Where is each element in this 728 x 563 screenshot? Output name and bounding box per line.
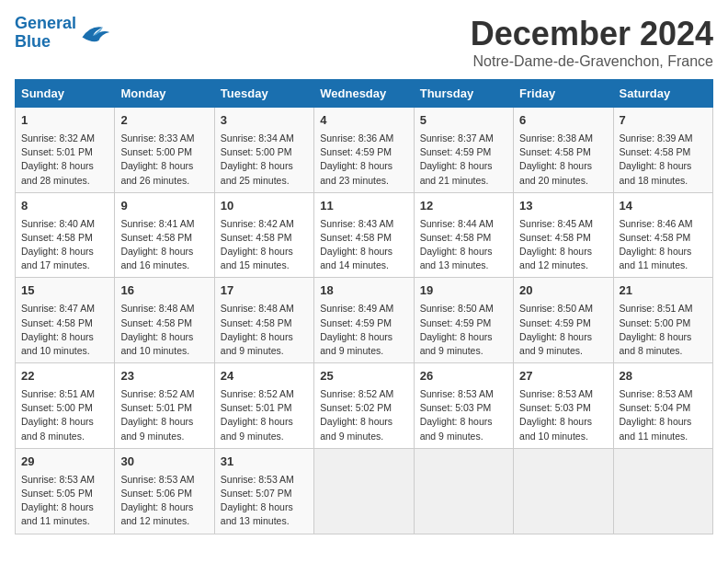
day-info-line: Sunset: 4:58 PM [120,317,192,328]
calendar-cell: 25Sunrise: 8:52 AM Sunset: 5:02 PM Dayli… [314,363,414,449]
calendar-cell: 5Sunrise: 8:37 AM Sunset: 4:59 PM Daylig… [414,108,513,193]
day-number: 29 [21,454,108,471]
day-info-line: Sunset: 4:58 PM [620,232,691,243]
day-number: 27 [519,368,607,385]
day-info-line: Daylight: 8 hours [620,331,692,342]
day-info-line: and 9 minutes. [221,345,284,356]
day-info-line: and 8 minutes. [21,431,85,442]
day-info-line: Sunrise: 8:51 AM [620,303,693,314]
calendar-cell: 1Sunrise: 8:32 AM Sunset: 5:01 PM Daylig… [16,108,115,193]
day-info-line: Sunrise: 8:38 AM [519,132,593,144]
day-info-line: Sunset: 5:00 PM [221,146,292,157]
day-number: 10 [221,198,308,215]
day-number: 28 [620,368,707,385]
month-title: December 2024 [471,15,713,53]
calendar-cell: 11Sunrise: 8:43 AM Sunset: 4:58 PM Dayli… [314,192,414,278]
day-info-line: and 13 minutes. [221,515,290,526]
day-info-line: Sunset: 5:00 PM [620,317,691,328]
calendar-cell: 13Sunrise: 8:45 AM Sunset: 4:58 PM Dayli… [514,192,613,278]
day-number: 17 [221,282,308,300]
calendar-cell: 27Sunrise: 8:53 AM Sunset: 5:03 PM Dayli… [514,363,613,449]
day-info-line: Daylight: 8 hours [320,160,392,171]
day-info-line: Sunrise: 8:53 AM [420,388,494,399]
weekday-header-saturday: Saturday [613,80,712,108]
day-info-line: Sunset: 4:58 PM [221,317,292,328]
calendar-cell: 6Sunrise: 8:38 AM Sunset: 4:58 PM Daylig… [514,108,613,193]
calendar-cell: 14Sunrise: 8:46 AM Sunset: 4:58 PM Dayli… [613,192,712,278]
day-info-line: Sunrise: 8:48 AM [221,303,294,314]
day-info-line: Sunrise: 8:36 AM [320,132,393,144]
day-number: 23 [120,368,208,385]
weekday-header-friday: Friday [514,80,613,108]
day-info-line: Sunset: 5:00 PM [120,146,192,157]
week-row-4: 29Sunrise: 8:53 AM Sunset: 5:05 PM Dayli… [16,448,713,534]
day-number: 11 [320,198,407,215]
day-info-line: Sunset: 5:00 PM [21,402,93,413]
day-info-line: Sunset: 4:58 PM [420,232,492,243]
day-info-line: and 14 minutes. [320,259,389,270]
day-number: 1 [21,112,108,130]
day-info-line: Sunrise: 8:32 AM [21,132,95,144]
day-info-line: Sunset: 4:58 PM [519,232,591,243]
day-info-line: Daylight: 8 hours [120,501,193,512]
weekday-header-row: SundayMondayTuesdayWednesdayThursdayFrid… [16,80,713,108]
day-info-line: Sunrise: 8:52 AM [221,388,294,399]
day-info-line: Sunrise: 8:42 AM [221,218,294,229]
day-info-line: Sunset: 4:59 PM [320,317,392,328]
day-info-line: and 25 minutes. [221,175,290,186]
day-number: 5 [420,112,507,130]
day-info-line: Daylight: 8 hours [420,416,493,427]
calendar-cell: 23Sunrise: 8:52 AM Sunset: 5:01 PM Dayli… [115,363,214,449]
day-info-line: and 9 minutes. [519,345,583,356]
calendar-cell: 3Sunrise: 8:34 AM Sunset: 5:00 PM Daylig… [214,108,313,193]
day-number: 15 [21,282,108,300]
day-info-line: Sunrise: 8:43 AM [320,218,393,229]
day-info-line: Daylight: 8 hours [620,416,692,427]
day-info-line: Sunrise: 8:53 AM [620,388,693,399]
day-info-line: Sunrise: 8:52 AM [320,388,393,399]
logo-bird-icon [78,20,111,46]
day-info-line: and 9 minutes. [320,431,383,442]
day-info-line: Sunset: 5:02 PM [320,402,392,413]
day-info-line: Sunset: 5:03 PM [420,402,492,413]
day-info-line: and 9 minutes. [221,431,284,442]
day-info-line: Sunrise: 8:50 AM [519,303,593,314]
day-info-line: Daylight: 8 hours [620,160,692,171]
day-info-line: and 23 minutes. [320,175,389,186]
day-info-line: and 12 minutes. [120,515,189,526]
day-info-line: Sunrise: 8:53 AM [519,388,593,399]
weekday-header-wednesday: Wednesday [314,80,414,108]
calendar-cell: 4Sunrise: 8:36 AM Sunset: 4:59 PM Daylig… [314,108,414,193]
logo: General Blue [15,15,111,52]
day-info-line: Daylight: 8 hours [120,416,193,427]
calendar-cell: 24Sunrise: 8:52 AM Sunset: 5:01 PM Dayli… [214,363,313,449]
logo-text: General Blue [15,15,76,52]
day-info-line: Daylight: 8 hours [21,246,94,257]
day-number: 14 [620,198,707,215]
day-info-line: Sunset: 4:58 PM [320,232,392,243]
calendar-cell [514,448,613,534]
day-info-line: and 13 minutes. [420,259,489,270]
calendar-cell: 28Sunrise: 8:53 AM Sunset: 5:04 PM Dayli… [613,363,712,449]
week-row-1: 8Sunrise: 8:40 AM Sunset: 4:58 PM Daylig… [16,192,713,278]
day-info-line: Sunset: 4:58 PM [519,146,591,157]
calendar-cell: 7Sunrise: 8:39 AM Sunset: 4:58 PM Daylig… [613,108,712,193]
day-info-line: Sunrise: 8:45 AM [519,218,593,229]
calendar-cell [613,448,712,534]
day-info-line: Sunset: 4:58 PM [120,232,192,243]
day-number: 18 [320,282,407,300]
calendar-cell: 29Sunrise: 8:53 AM Sunset: 5:05 PM Dayli… [16,448,115,534]
day-info-line: Daylight: 8 hours [21,160,94,171]
day-info-line: and 9 minutes. [120,431,184,442]
calendar-cell [414,448,513,534]
day-info-line: and 20 minutes. [519,175,588,186]
day-info-line: Sunrise: 8:53 AM [221,474,294,485]
day-info-line: Sunset: 4:59 PM [519,317,591,328]
weekday-header-monday: Monday [115,80,214,108]
day-number: 24 [221,368,308,385]
day-info-line: Daylight: 8 hours [320,246,392,257]
calendar-cell: 2Sunrise: 8:33 AM Sunset: 5:00 PM Daylig… [115,108,214,193]
day-info-line: Sunset: 4:59 PM [420,146,492,157]
day-info-line: Daylight: 8 hours [519,246,592,257]
day-info-line: Sunrise: 8:53 AM [120,474,194,485]
